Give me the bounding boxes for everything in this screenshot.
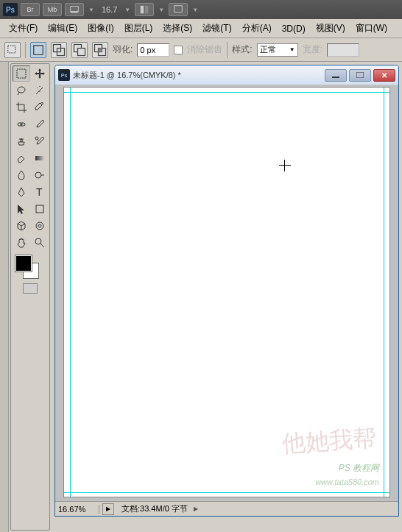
menu-layer[interactable]: 图层(L) xyxy=(120,20,158,37)
selection-intersect-button[interactable] xyxy=(92,42,108,58)
zoom-level-display[interactable]: 16.7 xyxy=(99,5,120,14)
guide-vertical[interactable] xyxy=(384,88,384,497)
clone-stamp-tool[interactable] xyxy=(13,133,30,149)
options-bar: 羽化: 消除锯齿 样式: 正常▼ 宽度: xyxy=(0,38,402,62)
guide-horizontal[interactable] xyxy=(64,492,389,493)
zoom-field[interactable]: 16.67% xyxy=(55,505,99,514)
history-brush-tool[interactable] xyxy=(31,133,49,149)
svg-point-19 xyxy=(35,172,41,178)
separator xyxy=(25,42,26,58)
dodge-tool[interactable] xyxy=(31,167,49,183)
width-input xyxy=(327,43,359,57)
hand-tool[interactable] xyxy=(13,235,30,251)
svg-point-17 xyxy=(35,137,38,140)
svg-point-15 xyxy=(18,87,25,93)
zoom-tool[interactable] xyxy=(31,235,49,251)
shape-tool[interactable] xyxy=(31,201,49,217)
menu-image[interactable]: 图像(I) xyxy=(83,20,118,37)
svg-rect-6 xyxy=(34,45,43,54)
svg-rect-5 xyxy=(8,45,15,52)
3d-camera-tool[interactable] xyxy=(31,218,49,234)
app-bar: Ps Br Mb ▼ 16.7 ▼ ▼ ▼ xyxy=(0,0,402,19)
menu-view[interactable]: 视图(V) xyxy=(311,20,350,37)
lasso-tool[interactable] xyxy=(13,82,30,99)
quick-mask-toggle xyxy=(13,283,48,294)
minibridge-button[interactable]: Mb xyxy=(43,3,62,16)
svg-rect-14 xyxy=(17,69,26,78)
svg-rect-4 xyxy=(174,6,183,13)
document-area: Ps 未标题-1 @ 16.7%(CMYK/8) * ✕ 他她我帮 PS 教程网 xyxy=(52,62,402,532)
panel-tab-strip[interactable] xyxy=(0,62,9,532)
brush-tool[interactable] xyxy=(31,116,49,132)
svg-rect-3 xyxy=(145,6,148,14)
feather-label: 羽化: xyxy=(113,43,133,56)
crop-tool[interactable] xyxy=(13,99,30,116)
minimize-button[interactable] xyxy=(325,69,347,82)
selection-add-button[interactable] xyxy=(51,42,67,58)
menu-analysis[interactable]: 分析(A) xyxy=(238,20,276,37)
marquee-tool[interactable] xyxy=(13,65,30,82)
document-statusbar: 16.67% ▶ 文档:33.4M/0 字节 ▶ xyxy=(55,501,398,516)
view-extras-button[interactable] xyxy=(65,3,84,16)
watermark-url: www.tata580.com xyxy=(315,478,379,486)
menu-edit[interactable]: 编辑(E) xyxy=(43,20,82,37)
document-titlebar[interactable]: Ps 未标题-1 @ 16.7%(CMYK/8) * ✕ xyxy=(55,65,398,85)
menu-window[interactable]: 窗口(W) xyxy=(351,20,392,37)
eraser-tool[interactable] xyxy=(13,150,30,166)
standard-mode-button[interactable] xyxy=(23,283,38,294)
menu-select[interactable]: 选择(S) xyxy=(158,20,197,37)
svg-point-22 xyxy=(36,222,43,230)
dropdown-arrow-icon[interactable]: ▼ xyxy=(157,7,166,13)
color-swatches xyxy=(13,254,48,282)
foreground-color[interactable] xyxy=(15,255,32,272)
guide-vertical[interactable] xyxy=(70,88,71,497)
path-selection-tool[interactable] xyxy=(13,201,30,217)
status-nav-button[interactable]: ▶ xyxy=(102,503,114,515)
canvas[interactable]: 他她我帮 PS 教程网 www.tata580.com xyxy=(64,88,389,497)
svg-rect-25 xyxy=(332,77,339,78)
screen-mode-button[interactable] xyxy=(169,3,188,16)
healing-brush-tool[interactable] xyxy=(13,116,30,132)
feather-input[interactable] xyxy=(137,43,169,57)
type-tool[interactable]: T xyxy=(31,184,49,200)
eyedropper-tool[interactable] xyxy=(31,99,49,116)
pen-tool[interactable] xyxy=(13,184,30,200)
maximize-button[interactable] xyxy=(349,69,371,82)
svg-rect-0 xyxy=(71,7,79,12)
svg-text:T: T xyxy=(36,186,43,198)
tool-preset-button[interactable] xyxy=(4,42,21,58)
gradient-tool[interactable] xyxy=(31,150,49,166)
status-menu-arrow[interactable]: ▶ xyxy=(194,506,198,512)
dropdown-arrow-icon[interactable]: ▼ xyxy=(87,7,96,13)
close-button[interactable]: ✕ xyxy=(373,69,395,82)
dropdown-arrow-icon[interactable]: ▼ xyxy=(123,7,132,13)
photoshop-logo: Ps xyxy=(3,3,18,16)
svg-rect-21 xyxy=(36,205,43,213)
selection-subtract-button[interactable] xyxy=(71,42,88,58)
dropdown-arrow-icon[interactable]: ▼ xyxy=(191,7,200,13)
svg-rect-2 xyxy=(141,6,144,14)
bridge-button[interactable]: Br xyxy=(21,3,40,16)
menu-3d[interactable]: 3D(D) xyxy=(278,21,310,36)
document-info[interactable]: 文档:33.4M/0 字节 xyxy=(117,503,192,514)
move-tool[interactable] xyxy=(31,65,49,82)
svg-rect-1 xyxy=(71,12,79,13)
svg-rect-10 xyxy=(78,48,85,55)
magic-wand-tool[interactable] xyxy=(31,82,49,99)
document-window: Ps 未标题-1 @ 16.7%(CMYK/8) * ✕ 他她我帮 PS 教程网 xyxy=(54,65,399,517)
document-icon: Ps xyxy=(58,69,70,81)
menu-file[interactable]: 文件(F) xyxy=(4,20,42,37)
3d-tool[interactable] xyxy=(13,218,30,234)
guide-horizontal[interactable] xyxy=(64,92,389,93)
style-select[interactable]: 正常▼ xyxy=(257,43,298,57)
svg-rect-13 xyxy=(99,48,102,52)
arrange-documents-button[interactable] xyxy=(135,3,154,16)
separator xyxy=(227,42,228,58)
watermark-text: PS 教程网 xyxy=(339,462,379,475)
style-label: 样式: xyxy=(232,43,252,56)
crosshair-cursor xyxy=(279,160,291,171)
selection-new-button[interactable] xyxy=(30,42,46,58)
antialias-checkbox xyxy=(174,46,183,54)
blur-tool[interactable] xyxy=(13,167,30,183)
menu-filter[interactable]: 滤镜(T) xyxy=(198,20,236,37)
